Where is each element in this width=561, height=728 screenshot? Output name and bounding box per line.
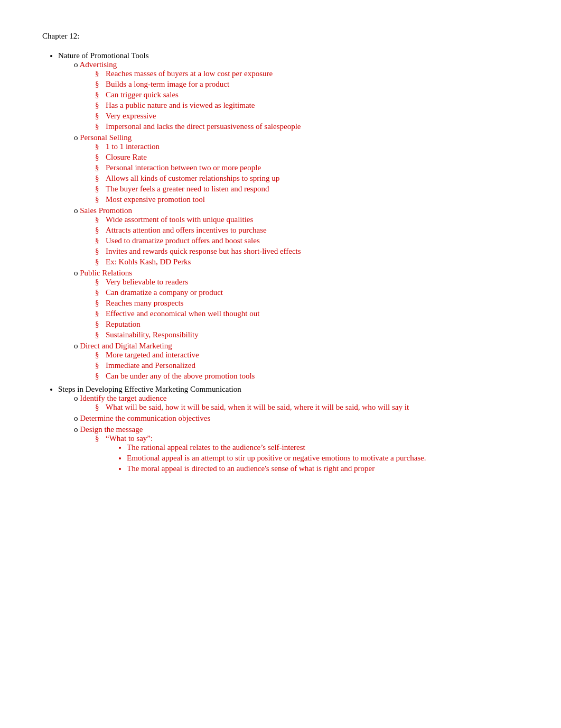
subsection-sales-promotion: Sales Promotion Wide assortment of tools… [74,206,519,266]
subsection-list-2: Identify the target audience What will b… [74,394,519,473]
subsection-identify-target: Identify the target audience What will b… [74,394,519,412]
design-message-items: “What to say”: The rational appeal relat… [95,434,519,473]
list-item: Has a public nature and is viewed as leg… [95,101,519,110]
subsection-advertising: Advertising Reaches masses of buyers at … [74,60,519,131]
list-item: Can dramatize a company or product [95,288,519,297]
list-item: Most expensive promotion tool [95,195,519,204]
list-item: Attracts attention and offers incentives… [95,226,519,235]
list-item: Ex: Kohls Kash, DD Perks [95,257,519,266]
list-item: Very believable to readers [95,278,519,287]
list-item-what-to-say: “What to say”: The rational appeal relat… [95,434,519,473]
list-item-section2: Steps in Developing Effective Marketing … [58,385,519,473]
subsection-design-message: Design the message “What to say”: The ra… [74,425,519,473]
list-item: More targeted and interactive [95,351,519,360]
public-relations-label: Public Relations [80,269,132,277]
identify-target-items: What will be said, how it will be said, … [95,403,519,412]
list-item: Effective and economical when well thoug… [95,309,519,318]
list-item: Can trigger quick sales [95,90,519,99]
subsection-list-1: Advertising Reaches masses of buyers at … [74,60,519,381]
sales-promotion-items: Wide assortment of tools with unique qua… [95,215,519,266]
list-item: Very expressive [95,112,519,121]
list-item: The buyer feels a greater need to listen… [95,185,519,193]
list-item: Immediate and Personalized [95,361,519,370]
list-item: Personal interaction between two or more… [95,163,519,172]
what-to-say-label: “What to say”: [106,434,153,443]
list-item: Impersonal and lacks the direct persuasi… [95,122,519,131]
list-item: What will be said, how it will be said, … [95,403,519,412]
sales-promotion-label: Sales Promotion [80,206,132,215]
list-item: Allows all kinds of customer relationshi… [95,174,519,183]
list-item: Reputation [95,320,519,329]
section2-label: Steps in Developing Effective Marketing … [58,385,241,393]
main-list: Nature of Promotional Tools Advertising … [58,51,519,473]
identify-target-label: Identify the target audience [80,394,166,402]
design-message-label: Design the message [80,425,143,434]
list-item: 1 to 1 interaction [95,142,519,151]
subsection-direct-digital: Direct and Digital Marketing More target… [74,342,519,381]
list-item: Sustainability, Responsibility [95,330,519,339]
list-item: Reaches many prospects [95,299,519,308]
list-item: Emotional appeal is an attempt to stir u… [127,454,519,463]
list-item-section1: Nature of Promotional Tools Advertising … [58,51,519,381]
list-item: The rational appeal relates to the audie… [127,443,519,452]
what-to-say-items: The rational appeal relates to the audie… [127,443,519,473]
direct-digital-label: Direct and Digital Marketing [80,342,172,350]
list-item: Builds a long-term image for a product [95,80,519,89]
section1-label: Nature of Promotional Tools [58,51,149,60]
subsection-determine-objectives: Determine the communication objectives [74,414,519,423]
advertising-items: Reaches masses of buyers at a low cost p… [95,69,519,131]
direct-digital-items: More targeted and interactive Immediate … [95,351,519,381]
personal-selling-items: 1 to 1 interaction Closure Rate Personal… [95,142,519,204]
list-item: The moral appeal is directed to an audie… [127,464,519,473]
public-relations-items: Very believable to readers Can dramatize… [95,278,519,339]
list-item: Wide assortment of tools with unique qua… [95,215,519,224]
list-item: Can be under any of the above promotion … [95,372,519,381]
list-item: Used to dramatize product offers and boo… [95,236,519,245]
advertising-label: Advertising [79,60,117,69]
subsection-public-relations: Public Relations Very believable to read… [74,269,519,339]
chapter-title: Chapter 12: [42,32,519,41]
list-item: Closure Rate [95,153,519,162]
personal-selling-label: Personal Selling [80,133,132,142]
determine-objectives-label: Determine the communication objectives [80,414,210,422]
subsection-personal-selling: Personal Selling 1 to 1 interaction Clos… [74,133,519,204]
list-item: Invites and rewards quick response but h… [95,247,519,256]
list-item: Reaches masses of buyers at a low cost p… [95,69,519,78]
